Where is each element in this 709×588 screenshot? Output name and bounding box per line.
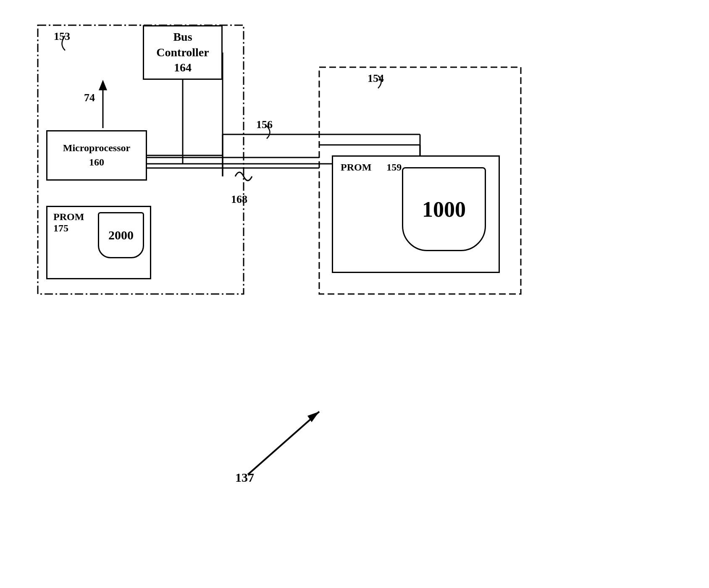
prom175-shield: 2000	[98, 212, 144, 258]
label-137: 137	[235, 470, 254, 485]
prom159-shield: 1000	[402, 167, 486, 251]
label-154: 154	[368, 72, 384, 85]
label-153: 153	[54, 30, 70, 43]
microprocessor-label: Microprocessor160	[63, 141, 130, 169]
label-74: 74	[84, 92, 95, 104]
svg-line-18	[248, 412, 319, 475]
svg-marker-19	[307, 412, 319, 422]
prom175-box: PROM 175 2000	[46, 206, 151, 279]
label-156: 156	[256, 118, 273, 131]
bus-controller-box: BusController164	[143, 25, 223, 80]
svg-marker-17	[99, 80, 107, 90]
bus-controller-label: BusController164	[156, 29, 209, 75]
diagram-container: BusController164 Microprocessor160 PROM …	[25, 13, 680, 575]
prom159-box: PROM 159 1000	[332, 155, 500, 273]
microprocessor-box: Microprocessor160	[46, 130, 147, 181]
diagram-svg	[25, 13, 680, 575]
label-168: 168	[231, 193, 247, 206]
